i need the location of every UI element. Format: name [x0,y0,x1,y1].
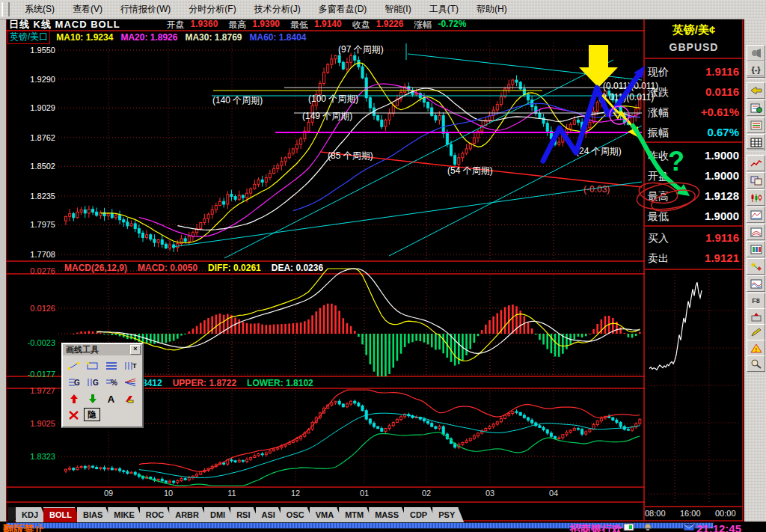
ma-value: MA30: 1.8769 [185,32,242,43]
status-left-text: 翻版禁止 [3,523,45,532]
menu-item-6[interactable]: 智能(I) [376,1,420,18]
menu-item-4[interactable]: 技术分析(J) [245,1,310,18]
eraser-tool[interactable] [121,391,138,406]
time-axis-label: 08:00 [645,509,666,518]
trend-line-tool[interactable] [65,358,82,373]
tab-arbr[interactable]: ARBR [169,507,208,522]
menu-item-2[interactable]: 行情报价(W) [111,1,180,18]
line-chart-icon[interactable] [747,155,765,171]
golden-section-h-tool[interactable]: G [65,375,82,390]
axis-tick-label: 1.8323 [18,452,55,461]
magnifier-icon[interactable] [747,355,765,372]
tab-cdp[interactable]: CDP [404,507,436,522]
axis-tick-label: 1.9550 [18,46,55,55]
svg-text:T: T [132,362,137,370]
axis-tick-label: 1.9290 [18,75,55,84]
quote-row: 最低1.9000 [645,207,743,227]
quote-row-value: 1.9116 [705,65,739,78]
drawing-tools-palette[interactable]: 画线工具 × TGG%A隐 [61,343,144,428]
toolbar-separator [747,76,764,79]
clock: 21:12:45 [696,522,741,532]
wave-chart-icon[interactable] [747,275,765,292]
indicator-chart-icon[interactable] [747,207,765,223]
ma-bar: 英镑/美口 MA10: 1.9234MA20: 1.8926MA30: 1.87… [7,31,314,43]
menu-item-7[interactable]: 工具(T) [420,1,468,18]
tab-psy[interactable]: PSY [432,507,464,522]
band-chart-icon[interactable] [747,224,765,240]
quote-row: 涨幅+0.61% [645,103,743,123]
ma-value: MA10: 1.9234 [56,32,113,43]
tab-kdj[interactable]: KDJ [16,507,47,522]
tab-mass[interactable]: MASS [369,507,408,522]
kline-chart-icon[interactable] [747,189,765,206]
back-arrow-icon[interactable] [747,82,765,99]
status-marquee-text: 招商银行欢 [570,523,622,532]
f8-button[interactable]: F8 [747,293,765,309]
indicator-header-field: LOWER: 1.8102 [247,378,313,388]
hide-tool[interactable]: 隐 [84,408,100,421]
quote-list-icon[interactable] [747,117,765,133]
menu-item-5[interactable]: 多窗看盘(D) [310,1,376,18]
quote-row-label: 振幅 [648,126,669,140]
tab-dmi[interactable]: DMI [204,507,234,522]
quote-row: 最高1.9128 [645,187,743,207]
rectangle-tool[interactable] [84,358,101,373]
indicator-header-field: MACD(26,12,9) [64,263,127,273]
toolbar-drag-handle[interactable] [1,2,10,16]
svg-text:G: G [74,379,80,387]
percent-lines-tool[interactable]: % [102,375,120,390]
quote-row: 昨收1.9000 [645,147,743,166]
axis-tick-label: 1.7975 [18,220,55,229]
quote-row-value: 1.9121 [705,251,739,264]
menu-item-3[interactable]: 分时分析(F) [180,1,245,18]
parallel-lines-tool[interactable] [102,358,120,373]
palette-title-bar[interactable]: 画线工具 × [63,344,142,355]
axis-tick-label: 10 [159,489,177,498]
save-icon[interactable] [747,308,765,325]
announcement-icon[interactable] [747,45,765,61]
golden-section-v-tool[interactable]: G [84,375,101,390]
tab-asi[interactable]: ASI [256,507,284,522]
tab-mike[interactable]: MIKE [108,507,144,522]
delete-tool[interactable] [65,408,82,423]
quote-symbol-code: GBPUSD [645,41,743,53]
indicator-header-field: 8412 [142,378,162,388]
report-globe-icon[interactable] [747,100,765,116]
axis-tick-label: 1.8762 [18,133,55,142]
text-tool[interactable]: A [102,391,120,406]
menu-item-1[interactable]: 查看(V) [64,1,111,18]
ohlc-label: 收盘 [352,19,370,31]
ohlc-fields: 开盘1.9360最高1.9390最低1.9140收盘1.9226涨幅-0.72% [156,19,467,31]
menu-item-0[interactable]: 系统(S) [16,1,64,18]
monitor-icon[interactable] [623,523,635,532]
quote-row-value: 1.9000 [705,169,739,182]
flow-arrows-icon[interactable] [747,258,765,275]
tab-bias[interactable]: BIAS [77,507,111,522]
alert-icon[interactable]: ! [747,340,765,356]
quote-row-value: 1.9116 [705,231,739,244]
bell-icon[interactable] [642,523,654,532]
mail-icon[interactable] [683,523,695,532]
tab-roc[interactable]: ROC [140,507,173,522]
quote-row: 振幅0.67% [645,123,743,143]
fan-lines-tool[interactable] [121,375,138,390]
column-book-icon[interactable] [747,241,765,257]
tab-osc[interactable]: OSC [281,507,313,522]
multi-window-icon[interactable] [747,172,765,189]
down-arrow-tool[interactable] [84,391,101,406]
tab-boll[interactable]: BOLL [43,507,81,522]
tab-rsi[interactable]: RSI [230,507,259,522]
tab-vma[interactable]: VMA [310,507,343,522]
indicator-header-field: UPPER: 1.8722 [173,378,236,388]
axis-tick-label: 04 [545,489,563,498]
indicator-tabs: KDJBOLLBIASMIKEROCARBRDMIRSIASIOSCVMAMTM… [7,507,464,522]
macd-pane [73,269,641,376]
symbol-chip[interactable]: 英镑/美口 [7,30,50,44]
period-lines-tool[interactable]: T [121,358,138,373]
close-icon[interactable]: × [130,345,141,355]
quote-row: 开盘1.9000 [645,167,743,186]
pencil-icon[interactable] [747,324,765,340]
tab-mtm[interactable]: MTM [339,507,373,522]
menu-item-8[interactable]: 帮助(H) [468,1,516,18]
up-arrow-tool[interactable] [65,391,82,406]
